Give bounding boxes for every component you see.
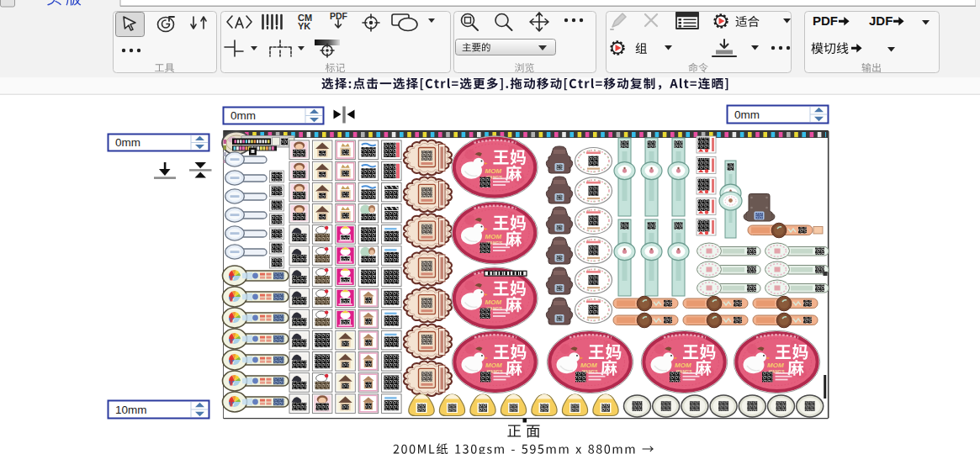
- svg-text:MOM: MOM: [580, 362, 597, 369]
- svg-text:MOM: MOM: [485, 233, 502, 240]
- svg-text:0mm: 0mm: [230, 109, 256, 122]
- svg-text:MOM: MOM: [767, 362, 784, 369]
- svg-text:PDF: PDF: [813, 13, 838, 28]
- svg-text:YK: YK: [298, 21, 310, 31]
- svg-text:MOM: MOM: [485, 167, 502, 175]
- svg-text:10mm: 10mm: [115, 404, 147, 416]
- svg-text:0mm: 0mm: [734, 108, 760, 121]
- svg-text:MOM: MOM: [675, 362, 691, 369]
- svg-text:JDF: JDF: [869, 13, 893, 28]
- svg-text:0mm: 0mm: [115, 136, 140, 149]
- svg-text:PDF: PDF: [330, 11, 348, 21]
- svg-text:MOM: MOM: [485, 362, 502, 369]
- svg-text:MOM: MOM: [485, 298, 502, 306]
